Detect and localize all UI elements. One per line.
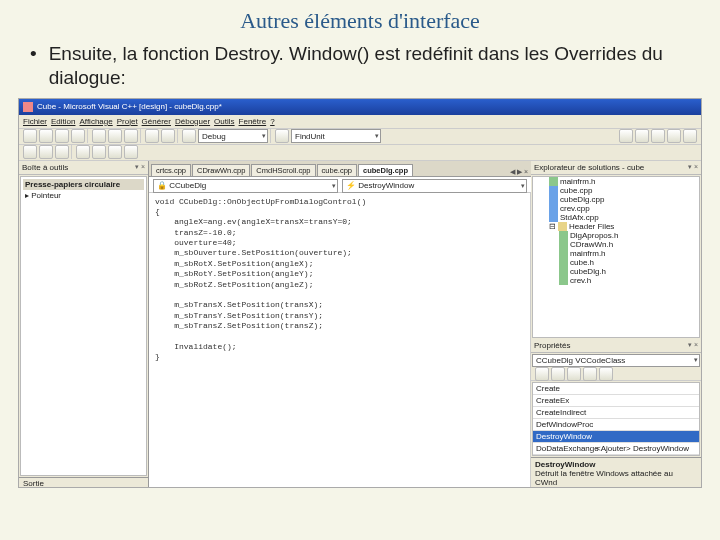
save-all-button[interactable]	[71, 129, 85, 143]
menubar[interactable]: Fichier Edition Affichage Projet Générer…	[19, 115, 701, 129]
tab-cdrawwn[interactable]: CDrawWn.cpp	[192, 164, 250, 176]
toolbox-header[interactable]: Boîte à outils	[19, 161, 148, 175]
props-overrides-icon[interactable]	[599, 367, 613, 381]
toolbox-group[interactable]: Presse-papiers circulaire	[23, 179, 144, 190]
tab-cmdhscroll[interactable]: CmdHScroll.cpp	[251, 164, 315, 176]
redo-button[interactable]	[161, 129, 175, 143]
tb2-2[interactable]	[39, 145, 53, 159]
props-object-dropdown[interactable]: CCubeDlg VCCodeClass	[532, 354, 700, 367]
slide-title: Autres éléments d'interface	[0, 0, 720, 34]
tb-icon-4[interactable]	[667, 129, 681, 143]
menu-build[interactable]: Générer	[142, 117, 171, 126]
solution-explorer[interactable]: mainfrm.h cube.cpp cubeDlg.cpp crev.cpp …	[532, 176, 700, 338]
editor-pane: crtcs.cpp CDrawWn.cpp CmdHScroll.cpp cub…	[149, 161, 531, 488]
props-row-destroywindow[interactable]: DestroyWindow	[533, 431, 699, 443]
properties-description: DestroyWindow Détruit la fenêtre Windows…	[531, 457, 701, 488]
code-editor[interactable]: void CCubeDlg::OnObjectUpFromDialogContr…	[149, 193, 531, 488]
solution-explorer-header[interactable]: Explorateur de solutions - cube	[531, 161, 701, 175]
copy-button[interactable]	[108, 129, 122, 143]
tab-crtcs[interactable]: crtcs.cpp	[151, 164, 191, 176]
ide-screenshot: Cube - Microsoft Visual C++ [design] - c…	[18, 98, 702, 488]
toolbox-pointer[interactable]: ▸ Pointeur	[23, 190, 144, 201]
tb2-6[interactable]	[108, 145, 122, 159]
menu-view[interactable]: Affichage	[79, 117, 112, 126]
toolbar-main: Debug FindUnit	[19, 129, 701, 145]
tb-icon-2[interactable]	[635, 129, 649, 143]
config-dropdown[interactable]: Debug	[198, 129, 268, 143]
slide-bullet: Ensuite, la fonction Destroy. Window() e…	[30, 42, 700, 90]
menu-edit[interactable]: Edition	[51, 117, 75, 126]
save-button[interactable]	[55, 129, 69, 143]
tab-cube[interactable]: cube.cpp	[317, 164, 357, 176]
props-az-icon[interactable]	[551, 367, 565, 381]
toolbox-pane: Boîte à outils Presse-papiers circulaire…	[19, 161, 149, 488]
properties-grid[interactable]: Create CreateEx CreateIndirect DefWindow…	[532, 382, 700, 456]
menu-tools[interactable]: Outils	[214, 117, 234, 126]
run-button[interactable]	[182, 129, 196, 143]
class-dropdown[interactable]: 🔒 CCubeDlg	[153, 179, 338, 193]
menu-debug[interactable]: Déboguer	[175, 117, 210, 126]
cut-button[interactable]	[92, 129, 106, 143]
tb2-5[interactable]	[92, 145, 106, 159]
find-dropdown[interactable]: FindUnit	[291, 129, 381, 143]
menu-help[interactable]: ?	[270, 117, 274, 126]
app-icon	[23, 102, 33, 112]
tab-cubedlg[interactable]: cubeDlg.cpp	[358, 164, 413, 176]
editor-tabs: crtcs.cpp CDrawWn.cpp CmdHScroll.cpp cub…	[149, 161, 531, 177]
menu-file[interactable]: Fichier	[23, 117, 47, 126]
tb-icon-1[interactable]	[619, 129, 633, 143]
menu-project[interactable]: Projet	[117, 117, 138, 126]
tb-icon-5[interactable]	[683, 129, 697, 143]
tb2-4[interactable]	[76, 145, 90, 159]
find-in-files-button[interactable]	[275, 129, 289, 143]
tb2-7[interactable]	[124, 145, 138, 159]
toolbar-secondary	[19, 145, 701, 161]
properties-header[interactable]: Propriétés	[531, 339, 701, 353]
props-events-icon[interactable]	[567, 367, 581, 381]
undo-button[interactable]	[145, 129, 159, 143]
new-button[interactable]	[23, 129, 37, 143]
tb-icon-3[interactable]	[651, 129, 665, 143]
output-tab[interactable]: Sortie	[19, 477, 148, 488]
props-msg-icon[interactable]	[583, 367, 597, 381]
tb2-1[interactable]	[23, 145, 37, 159]
menu-window[interactable]: Fenêtre	[239, 117, 267, 126]
tb2-3[interactable]	[55, 145, 69, 159]
open-button[interactable]	[39, 129, 53, 143]
props-cat-icon[interactable]	[535, 367, 549, 381]
method-dropdown[interactable]: ⚡ DestroyWindow	[342, 179, 527, 193]
window-titlebar: Cube - Microsoft Visual C++ [design] - c…	[19, 99, 701, 115]
paste-button[interactable]	[124, 129, 138, 143]
